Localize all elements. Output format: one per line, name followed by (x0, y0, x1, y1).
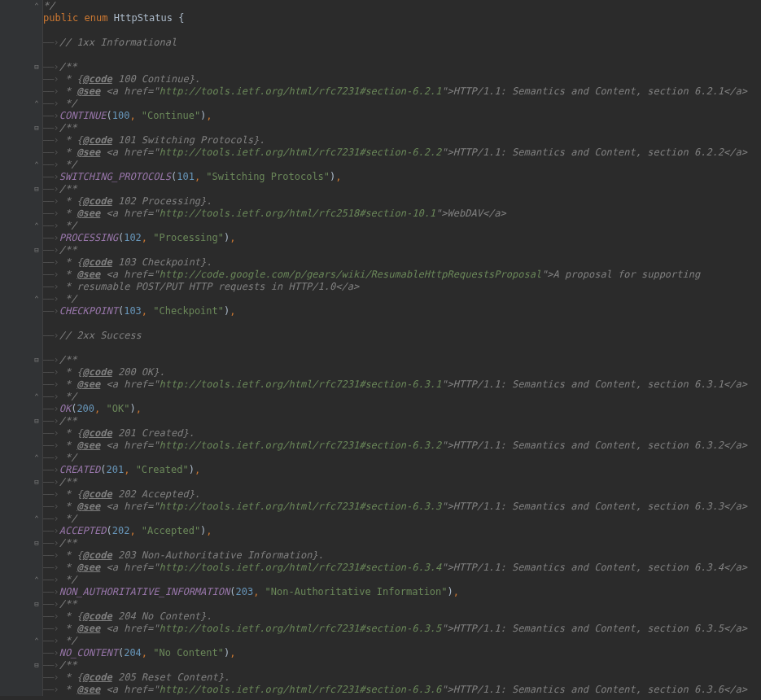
enum-code: 102 (124, 232, 142, 243)
href-url: http://code.google.com/p/gears/wiki/Resu… (160, 269, 542, 280)
fold-close-icon[interactable]: ⌃ (33, 99, 41, 107)
href-url: http://tools.ietf.org/html/rfc2518#secti… (160, 208, 436, 219)
javadoc-code-text: 103 Checkpoint}. (112, 256, 212, 268)
href-url: http://tools.ietf.org/html/rfc7231#secti… (160, 562, 442, 573)
javadoc-close: */ (59, 574, 77, 585)
href-url: http://tools.ietf.org/html/rfc7231#secti… (160, 378, 442, 390)
javadoc-code-tag: @code (83, 256, 112, 268)
enum-constant: ACCEPTED (59, 525, 107, 536)
fold-open-icon[interactable]: ⊟ (33, 600, 41, 608)
link-text: HTTP/1.1: Semantics and Content, section… (453, 684, 724, 695)
fold-open-icon[interactable]: ⊟ (33, 63, 41, 71)
javadoc-open: /** (59, 476, 77, 488)
fold-close-icon[interactable]: ⌃ (33, 637, 41, 645)
link-text: HTTP/1.1: Semantics and Content, section… (453, 378, 724, 390)
a-close: </a> (724, 684, 747, 695)
enum-constant: CHECKPOINT (59, 305, 118, 317)
href-url: http://tools.ietf.org/html/rfc7231#secti… (160, 85, 442, 97)
fold-close-icon[interactable]: ⌃ (33, 160, 41, 168)
a-open: <a href=" (100, 684, 159, 695)
code-editor[interactable]: ⌃⊟⌃⊟⌃⊟⌃⊟⌃⊟⌃⊟⌃⊟⌃⊟⌃⊟⌃⊟ */public enum HttpS… (0, 0, 761, 700)
javadoc-close: */ (59, 98, 77, 109)
enum-constant: NO_CONTENT (59, 647, 118, 658)
href-url: http://tools.ietf.org/html/rfc7231#secti… (160, 501, 442, 512)
fold-open-icon[interactable]: ⊟ (33, 539, 41, 547)
javadoc-see-tag: @see (77, 440, 100, 451)
a-open: <a href=" (100, 623, 159, 634)
javadoc-close: */ (59, 513, 77, 524)
javadoc-code-text: 102 Processing}. (112, 195, 212, 207)
link-text: HTTP/1.1: Semantics and Content, section… (453, 623, 724, 634)
javadoc-open: /** (59, 244, 77, 256)
doc-close: */ (43, 0, 55, 11)
enum-code: 200 (77, 403, 94, 414)
fold-close-icon[interactable]: ⌃ (33, 295, 41, 303)
javadoc-open: /** (59, 183, 77, 195)
a-open: <a href=" (100, 562, 159, 573)
enum-label: "No Content" (153, 647, 224, 658)
a-open: <a href=" (100, 440, 159, 451)
javadoc-see-tag: @see (77, 378, 100, 390)
enum-constant: PROCESSING (59, 232, 118, 243)
fold-open-icon[interactable]: ⊟ (33, 417, 41, 425)
fold-close-icon[interactable]: ⌃ (33, 575, 41, 584)
link-text: HTTP/1.1: Semantics and Content, section… (453, 562, 724, 573)
javadoc-cont: * resumable POST/PUT HTTP requests in HT… (59, 281, 336, 292)
javadoc-close: */ (59, 293, 77, 304)
href-url: http://tools.ietf.org/html/rfc7231#secti… (160, 440, 442, 451)
enum-label: "Continue" (142, 110, 200, 121)
link-text: HTTP/1.1: Semantics and Content, section… (453, 85, 724, 97)
link-text: A proposal for supporting (553, 269, 701, 280)
javadoc-close: */ (59, 220, 77, 231)
fold-close-icon[interactable]: ⌃ (33, 221, 41, 230)
javadoc-code-text: 204 No Content}. (112, 610, 212, 622)
javadoc-see-tag: @see (77, 501, 100, 512)
fold-open-icon[interactable]: ⊟ (33, 356, 41, 364)
enum-label: "Non-Authoritative Information" (265, 586, 448, 597)
link-text: WebDAV (448, 208, 483, 219)
javadoc-close: */ (59, 159, 77, 170)
javadoc-code-tag: @code (83, 73, 112, 85)
enum-constant: SWITCHING_PROTOCOLS (59, 171, 171, 182)
enum-code: 103 (124, 305, 142, 317)
javadoc-code-tag: @code (83, 549, 112, 561)
fold-close-icon[interactable]: ⌃ (33, 514, 41, 523)
link-text: HTTP/1.1: Semantics and Content, section… (453, 440, 724, 451)
link-text: HTTP/1.1: Semantics and Content, section… (453, 501, 724, 512)
enum-label: "Created" (136, 464, 189, 475)
enum-code: 100 (112, 110, 130, 121)
href-url: http://tools.ietf.org/html/rfc7231#secti… (160, 147, 442, 158)
fold-open-icon[interactable]: ⊟ (33, 246, 41, 254)
javadoc-code-text: 101 Switching Protocols}. (112, 134, 265, 146)
enum-code: 101 (177, 171, 195, 182)
enum-constant: CONTINUE (59, 110, 107, 121)
enum-label: "Switching Protocols" (206, 171, 330, 182)
enum-code: 202 (112, 525, 130, 536)
fold-close-icon[interactable]: ⌃ (33, 392, 41, 400)
javadoc-code-text: 201 Created}. (112, 427, 195, 439)
href-url: http://tools.ietf.org/html/rfc7231#secti… (160, 684, 442, 695)
javadoc-close: */ (59, 391, 77, 402)
enum-constant: CREATED (59, 464, 101, 475)
enum-code: 204 (124, 647, 142, 658)
a-open: <a href=" (100, 208, 159, 219)
javadoc-code-text: 202 Accepted}. (112, 488, 200, 500)
enum-name: HttpStatus (114, 12, 173, 24)
a-close: </a> (724, 147, 747, 158)
a-close: </a> (483, 208, 506, 219)
fold-open-icon[interactable]: ⊟ (33, 478, 41, 486)
enum-code: 201 (107, 464, 125, 475)
href-url: http://tools.ietf.org/html/rfc7231#secti… (160, 623, 442, 634)
code-area[interactable]: */public enum HttpStatus {――›// 1xx Info… (43, 0, 761, 700)
fold-close-icon[interactable]: ⌃ (33, 2, 41, 10)
javadoc-open: /** (59, 537, 77, 549)
fold-open-icon[interactable]: ⊟ (33, 185, 41, 193)
javadoc-see-tag: @see (77, 147, 100, 158)
fold-open-icon[interactable]: ⊟ (33, 661, 41, 669)
javadoc-open: /** (59, 122, 77, 133)
javadoc-open: /** (59, 354, 77, 365)
javadoc-code-text: 205 Reset Content}. (112, 672, 230, 683)
javadoc-see-tag: @see (77, 623, 100, 634)
fold-open-icon[interactable]: ⊟ (33, 124, 41, 132)
fold-close-icon[interactable]: ⌃ (33, 453, 41, 462)
